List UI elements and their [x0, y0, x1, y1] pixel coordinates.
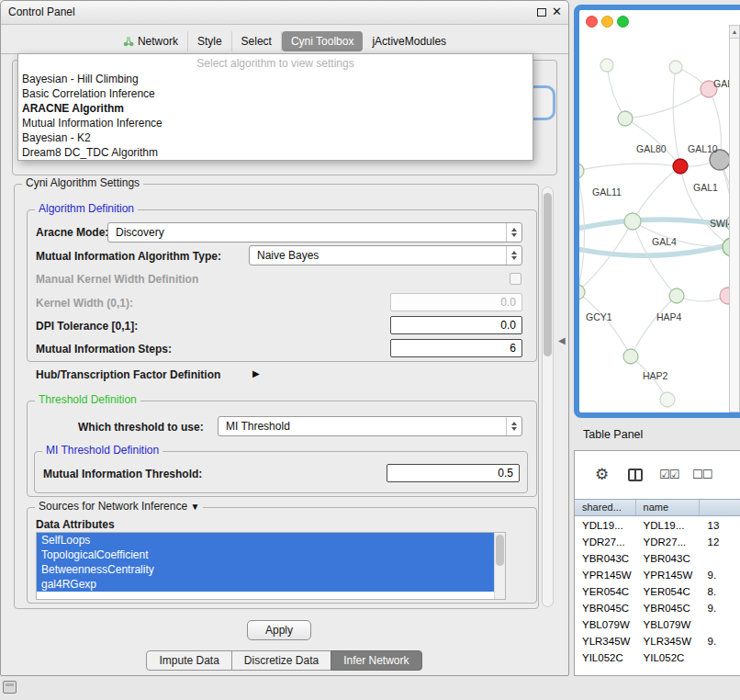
- table-row[interactable]: YER054CYER054C8.: [575, 583, 740, 600]
- table-cell: 8.: [701, 583, 740, 600]
- table-row[interactable]: YIL052CYIL052C: [575, 649, 740, 666]
- select-all-columns-icon[interactable]: ☑☑: [659, 468, 678, 481]
- network-edge[interactable]: [625, 119, 680, 166]
- table-cell: [701, 550, 740, 567]
- mi-algorithm-type-select[interactable]: Naive Bayes: [249, 245, 522, 265]
- algorithm-option-bayesian-hill-climbing[interactable]: Bayesian - Hill Climbing: [18, 72, 533, 86]
- hub-section-label[interactable]: Hub/Transcription Factor Definition: [36, 368, 220, 381]
- network-node[interactable]: [623, 349, 638, 364]
- table-cell: YIL052C: [636, 649, 701, 666]
- table-row[interactable]: YBR045CYBR045C9.: [575, 600, 740, 616]
- network-edge[interactable]: [680, 166, 732, 247]
- float-window-icon[interactable]: [537, 8, 546, 17]
- scroll-up-icon[interactable]: ▲: [730, 26, 739, 39]
- window-close-traffic-icon[interactable]: [586, 16, 598, 28]
- tab-network[interactable]: Network: [114, 31, 188, 51]
- table-cell: 9.: [701, 633, 740, 649]
- table-column-header-name[interactable]: name: [636, 500, 701, 515]
- network-node[interactable]: [669, 288, 684, 303]
- kernel-width-field[interactable]: 0.0: [390, 293, 522, 311]
- sources-title[interactable]: Sources for Network Inference: [39, 500, 187, 513]
- network-edge[interactable]: [579, 164, 680, 171]
- attribute-item-topologicalcoefficient[interactable]: TopologicalCoefficient: [37, 548, 505, 562]
- bottom-tab-discretize-data[interactable]: Discretize Data: [231, 650, 331, 671]
- data-attributes-label: Data Attributes: [36, 518, 115, 531]
- tab-jactivemodules[interactable]: jActiveModules: [363, 31, 455, 51]
- attribute-item-betweennesscentrality[interactable]: BetweennessCentrality: [37, 562, 505, 577]
- network-node[interactable]: [673, 159, 688, 174]
- network-canvas[interactable]: GALGAL80GAL10GAL11GAL1SWI4GAL4GCY1HAP4YH…: [579, 10, 740, 412]
- settings-scrollbar[interactable]: [542, 186, 554, 607]
- close-icon[interactable]: ✕: [552, 5, 562, 18]
- splitter-collapse-icon[interactable]: ◀: [558, 335, 566, 345]
- table-row[interactable]: YDL19...YDL19...13: [575, 517, 740, 534]
- deselect-all-columns-icon[interactable]: ☐☐: [692, 468, 712, 481]
- top-tab-bar: NetworkStyleSelectCyni ToolboxjActiveMod…: [1, 28, 568, 54]
- which-threshold-select[interactable]: MI Threshold: [218, 416, 522, 436]
- algorithm-option-aracne-algorithm[interactable]: ARACNE Algorithm: [18, 101, 533, 116]
- table-cell: YPR145W: [575, 567, 636, 583]
- table-row[interactable]: YBL079WYBL079W: [575, 616, 740, 633]
- apply-button[interactable]: Apply: [247, 620, 311, 640]
- tab-cyni-toolbox[interactable]: Cyni Toolbox: [282, 31, 363, 51]
- algorithm-option-basic-correlation-inference[interactable]: Basic Correlation Inference: [18, 86, 533, 101]
- network-edge[interactable]: [633, 166, 680, 221]
- algorithm-option-mutual-information-inference[interactable]: Mutual Information Inference: [18, 116, 533, 130]
- attribute-item-selfloops[interactable]: SelfLoops: [37, 533, 505, 548]
- network-edge[interactable]: [625, 89, 709, 119]
- window-minimize-traffic-icon[interactable]: [601, 16, 613, 28]
- node-label-gal11: GAL11: [592, 186, 622, 198]
- network-edge[interactable]: [579, 171, 585, 292]
- table-cell: YBR043C: [636, 550, 701, 567]
- network-edge[interactable]: [579, 292, 631, 356]
- window-zoom-traffic-icon[interactable]: [617, 16, 629, 28]
- node-label-gal4: GAL4: [652, 236, 677, 247]
- table-cell: YER054C: [636, 583, 701, 600]
- network-node[interactable]: [669, 61, 682, 73]
- network-edge[interactable]: [607, 65, 625, 119]
- network-edge[interactable]: [673, 67, 680, 166]
- cyni-algorithm-settings-title: Cyni Algorithm Settings: [22, 176, 143, 189]
- table-row[interactable]: YBR043CYBR043C: [575, 550, 740, 567]
- attributes-scrollbar[interactable]: [494, 533, 505, 599]
- algorithm-option-dream8-dc-tdc-algorithm[interactable]: Dream8 DC_TDC Algorithm: [18, 145, 533, 160]
- gear-icon[interactable]: ⚙: [595, 465, 609, 484]
- bottom-tab-impute-data[interactable]: Impute Data: [146, 650, 231, 671]
- mi-threshold-field[interactable]: 0.5: [387, 464, 520, 482]
- tab-select[interactable]: Select: [232, 31, 282, 51]
- table-column-header-2[interactable]: [700, 500, 740, 515]
- table-column-header-shared[interactable]: shared...: [575, 500, 636, 515]
- attributes-scrollbar-thumb[interactable]: [496, 535, 504, 566]
- bottom-tab-infer-network[interactable]: Infer Network: [331, 650, 421, 671]
- network-edge[interactable]: [631, 296, 677, 356]
- table-cell: YDL19...: [575, 517, 636, 534]
- sources-collapse-down-icon[interactable]: ▼: [190, 502, 199, 512]
- algorithm-option-bayesian-k2[interactable]: Bayesian - K2: [18, 130, 533, 145]
- table-cell: [701, 616, 740, 633]
- algorithm-dropdown-placeholder: Select algorithm to view settings: [18, 56, 533, 72]
- node-label-gcy1: GCY1: [586, 311, 612, 322]
- columns-icon[interactable]: [628, 469, 643, 481]
- table-cell: YDR27...: [636, 534, 701, 550]
- mi-steps-field[interactable]: 6: [390, 339, 522, 357]
- network-node[interactable]: [600, 59, 613, 72]
- table-cell: [701, 649, 740, 666]
- table-cell: YDR27...: [575, 534, 636, 550]
- network-node[interactable]: [579, 164, 584, 178]
- aracne-mode-label: Aracne Mode:: [36, 226, 108, 239]
- aracne-mode-select[interactable]: Discovery: [107, 222, 522, 243]
- tab-style[interactable]: Style: [188, 31, 232, 51]
- network-vertical-scrollbar[interactable]: ▲: [729, 25, 740, 412]
- table-cell: YDL19...: [636, 517, 701, 534]
- network-node[interactable]: [624, 213, 641, 230]
- manual-kernel-width-checkbox[interactable]: [510, 273, 521, 285]
- dpi-tolerance-field[interactable]: 0.0: [390, 316, 522, 334]
- network-node[interactable]: [660, 392, 675, 407]
- network-node[interactable]: [618, 111, 633, 126]
- table-row[interactable]: YLR345WYLR345W9.: [575, 633, 740, 649]
- settings-scrollbar-thumb[interactable]: [544, 193, 552, 356]
- attribute-item-gal4rgexp[interactable]: gal4RGexp: [37, 577, 505, 592]
- table-row[interactable]: YPR145WYPR145W9.: [575, 567, 740, 583]
- minimized-panel-icon[interactable]: [3, 681, 17, 694]
- table-row[interactable]: YDR27...YDR27...12: [575, 534, 740, 550]
